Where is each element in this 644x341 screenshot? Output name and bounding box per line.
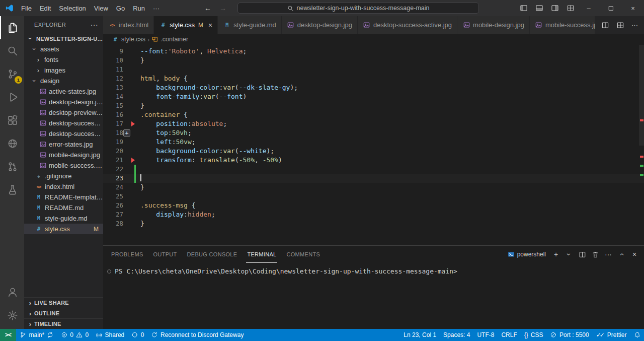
tree-item-desktop-success-act[interactable]: desktop-success-act... [24,118,103,128]
breadcrumb-item-container[interactable]: .container [151,36,188,43]
code-line-23[interactable]: 23 [103,174,644,183]
toggle-primary-sidebar-button[interactable] [520,4,528,12]
shell-chip[interactable]: powershell [508,251,546,258]
maximize-button[interactable] [600,0,622,16]
tree-item-active-states-jpg[interactable]: active-states.jpg [24,86,103,97]
kill-terminal-button[interactable] [591,250,600,259]
tab-mobile-design-jpg[interactable]: mobile-design.jpg [457,16,530,34]
add-decoration[interactable]: + [123,129,130,137]
code-line-24[interactable]: 24} [103,183,644,192]
code-line-21[interactable]: 21 transform: translate(-50%, -50%) [103,156,644,165]
status-formatter[interactable]: ✓✓Prettier [593,329,630,341]
status-comment-count[interactable]: 0 [128,329,147,341]
activity-github[interactable] [0,155,24,178]
status-live-server-port[interactable]: Port : 5500 [546,329,592,341]
tree-item-design[interactable]: ›design [24,76,103,86]
tree-item-error-states-jpg[interactable]: error-states.jpg [24,139,103,150]
maximize-panel-button[interactable]: › [617,250,626,259]
activity-live-share[interactable] [0,132,24,155]
tree-item-mobile-design-jpg[interactable]: mobile-design.jpg [24,150,103,160]
tab-desktop-design-jpg[interactable]: desktop-design.jpg [282,16,358,34]
code-line-9[interactable]: 9--font:'Roboto', Helvetica; [103,47,644,56]
tree-item-gitignore[interactable]: ◆.gitignore [24,171,103,181]
editor-layout-button[interactable] [616,21,624,29]
code-line-14[interactable]: 14 font-family:var(--font) [103,92,644,101]
breadcrumb-item-style-css[interactable]: #style.css [111,36,145,43]
menu-more[interactable]: ··· [149,3,164,14]
split-terminal-button[interactable] [578,250,587,259]
history-forward-button[interactable]: → [219,4,226,12]
tab-desktop-success-active-jpg[interactable]: desktop-success-active.jpg [358,16,457,34]
tree-item-fonts[interactable]: ›fonts [24,54,103,65]
panel-tab-output[interactable]: OUTPUT [152,246,178,263]
code-line-26[interactable]: 26.success-msg { [103,201,644,210]
panel-tab-problems[interactable]: PROBLEMS [110,246,144,263]
new-terminal-button[interactable]: + [551,250,560,259]
tree-item-desktop-success-jpg[interactable]: desktop-success.jpg [24,128,103,139]
status-git-branch[interactable]: main* [16,329,57,341]
code-line-11[interactable]: 11 [103,65,644,74]
tree-item-desktop-preview-jpg[interactable]: desktop-preview.jpg [24,107,103,118]
close-button[interactable]: × [622,0,644,16]
code-line-20[interactable]: 20 background-color:var(--white); [103,147,644,156]
split-editor-button[interactable] [601,21,609,29]
menu-run[interactable]: Run [129,3,149,14]
menu-edit[interactable]: Edit [36,3,55,14]
panel-tab-comments[interactable]: COMMENTS [285,246,321,263]
menu-view[interactable]: View [90,3,112,14]
tab-mobile-success-jpg[interactable]: mobile-success.jpg [530,16,595,34]
more-terminal-actions-button[interactable]: ··· [604,250,613,259]
tree-item-style-css[interactable]: #style.cssM [24,224,103,234]
code-line-27[interactable]: 27 display:hidden; [103,210,644,219]
tree-item-index-html[interactable]: <>index.html [24,181,103,192]
overview-ruler[interactable] [639,45,644,245]
panel-tab-debug-console[interactable]: DEBUG CONSOLE [186,246,238,263]
activity-run-and-debug[interactable] [0,86,24,109]
more-editor-actions-button[interactable]: ··· [631,22,638,28]
tree-item-images[interactable]: ›images [24,65,103,76]
section-timeline[interactable]: ›TIMELINE [24,318,103,329]
tree-item-newsletter-sign-up-wi[interactable]: ›NEWSLETTER-SIGN-UP-WI... [24,33,103,44]
code-line-15[interactable]: 15} [103,101,644,110]
activity-source-control[interactable]: 1 [0,62,24,86]
activity-search[interactable] [0,39,24,62]
code-line-10[interactable]: 10} [103,56,644,65]
status-encoding[interactable]: UTF-8 [473,329,498,341]
close-tab-button[interactable]: × [208,21,212,29]
status-problems[interactable]: 00 [57,329,92,341]
code-line-18[interactable]: 18+ top:50vh; [103,128,644,138]
activity-testing[interactable] [0,178,24,201]
status-live-share[interactable]: Shared [92,329,128,341]
terminal[interactable]: PS C:\Users\cheta\OneDrive\Desktop\Codin… [103,263,644,329]
tab-index-html[interactable]: <>index.html [103,16,154,34]
explorer-more-actions-button[interactable]: ··· [91,21,98,29]
toggle-panel-button[interactable] [535,4,543,12]
status-indentation[interactable]: Spaces: 4 [440,329,473,341]
code-line-25[interactable]: 25 [103,192,644,201]
toggle-secondary-sidebar-button[interactable] [551,4,559,12]
tree-item-style-guide-md[interactable]: Mstyle-guide.md [24,213,103,224]
status-notifications[interactable] [630,329,644,341]
activity-explorer[interactable] [0,16,24,39]
menu-selection[interactable]: Selection [55,3,90,14]
status-discord[interactable]: Reconnect to Discord Gateway [147,329,247,341]
command-center-search[interactable]: newsletter-sign-up-with-success-message-… [237,3,479,14]
tree-item-assets[interactable]: ›assets [24,44,103,54]
code-line-28[interactable]: 28} [103,219,644,228]
code-line-16[interactable]: 16.container { [103,110,644,119]
customize-layout-button[interactable] [567,4,575,12]
tree-item-readme-md[interactable]: MREADME.md [24,202,103,213]
status-eol[interactable]: CRLF [498,329,520,341]
code-line-12[interactable]: 12html, body { [103,74,644,83]
code-line-19[interactable]: 19 left:50vw; [103,138,644,147]
menu-file[interactable]: File [17,3,36,14]
code-editor[interactable]: 9--font:'Roboto', Helvetica;10}1112html,… [103,45,644,245]
tree-item-mobile-success-jpg[interactable]: mobile-success.jpg [24,160,103,171]
activity-accounts[interactable] [0,281,24,304]
minimize-button[interactable]: – [578,0,600,16]
tree-item-desktop-design-jpg[interactable]: desktop-design.jpg [24,97,103,107]
status-cursor-position[interactable]: Ln 23, Col 1 [400,329,440,341]
close-panel-button[interactable]: × [630,250,639,259]
editor-scrollbar[interactable] [639,45,644,146]
menu-go[interactable]: Go [112,3,129,14]
